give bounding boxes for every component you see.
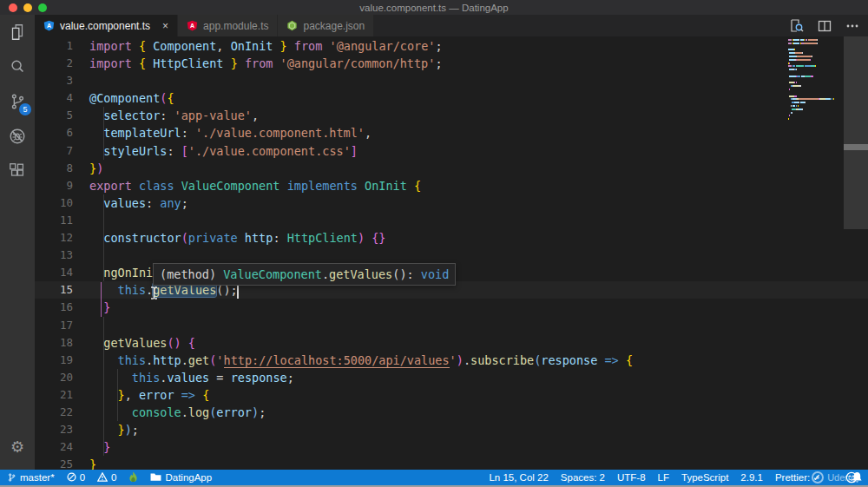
line-number: 9 bbox=[35, 177, 73, 194]
line-number: 20 bbox=[35, 369, 73, 386]
title-bar: value.component.ts — DatingApp bbox=[0, 0, 868, 15]
line-number: 14 bbox=[35, 264, 73, 281]
code-line[interactable]: 11 bbox=[35, 212, 868, 229]
minimize-window-button[interactable] bbox=[23, 3, 32, 12]
status-item-git-branch[interactable]: master* bbox=[7, 472, 55, 483]
sidebar-item-extensions[interactable] bbox=[0, 154, 35, 188]
code-line[interactable]: 16 } bbox=[35, 299, 868, 316]
code-line[interactable]: 10 values: any; bbox=[35, 194, 868, 212]
tab-package.json[interactable]: package.json bbox=[278, 15, 374, 36]
close-window-button[interactable] bbox=[9, 3, 17, 12]
vscode-window: value.component.ts — DatingApp 5 bbox=[0, 0, 868, 487]
flame-icon bbox=[128, 471, 138, 483]
scrollbar-cursor-mark bbox=[844, 144, 868, 150]
search-icon bbox=[8, 57, 27, 76]
editor-actions bbox=[789, 18, 859, 33]
status-item-encoding[interactable]: UTF-8 bbox=[617, 472, 646, 483]
sidebar-item-explorer[interactable] bbox=[0, 15, 35, 49]
code-line[interactable]: 12 constructor(private http: HttpClient)… bbox=[35, 229, 868, 247]
code-line[interactable]: 3 bbox=[35, 72, 868, 89]
minimap[interactable] bbox=[788, 39, 842, 122]
code-line[interactable]: 1import { Component, OnInit } from '@ang… bbox=[35, 37, 868, 55]
code-line[interactable]: 17 bbox=[35, 317, 868, 334]
ellipsis-icon bbox=[845, 19, 859, 33]
status-item-language-mode[interactable]: TypeScript bbox=[681, 472, 728, 483]
zoom-window-button[interactable] bbox=[38, 3, 47, 12]
sidebar-item-debug[interactable] bbox=[0, 119, 35, 154]
extensions-icon bbox=[8, 161, 27, 181]
status-item-warnings[interactable]: 0 bbox=[97, 472, 116, 483]
code-line[interactable]: 5 selector: 'app-value', bbox=[35, 107, 868, 124]
split-editor-icon bbox=[818, 19, 832, 33]
code-line[interactable]: 21 }, error => { bbox=[35, 386, 868, 404]
line-number: 23 bbox=[35, 421, 73, 438]
status-label: 0 bbox=[111, 472, 116, 483]
code-line[interactable]: 6 templateUrl: './value.component.html', bbox=[35, 124, 868, 141]
git-branch-icon bbox=[7, 472, 16, 483]
debug-icon bbox=[8, 127, 27, 146]
code-editor[interactable]: 1import { Component, OnInit } from '@ang… bbox=[35, 36, 868, 470]
tab-value.component.ts[interactable]: Avalue.component.ts× bbox=[35, 15, 178, 36]
notifications-button[interactable] bbox=[852, 471, 863, 487]
line-number: 7 bbox=[35, 142, 73, 160]
activity-bar: 5 ⚙ bbox=[0, 15, 35, 470]
npm-package-icon bbox=[286, 20, 298, 31]
tab-app.module.ts[interactable]: Aapp.module.ts bbox=[178, 15, 278, 36]
code-line[interactable]: 20 this.values = response; bbox=[35, 369, 868, 386]
gear-icon: ⚙ bbox=[10, 439, 24, 455]
status-item-eol[interactable]: LF bbox=[658, 472, 669, 483]
tab-label: app.module.ts bbox=[203, 20, 268, 32]
code-line[interactable]: 23 }); bbox=[35, 421, 868, 438]
line-number: 10 bbox=[35, 194, 73, 212]
code-line[interactable]: 2import { HttpClient } from '@angular/co… bbox=[35, 55, 868, 72]
line-number: 24 bbox=[35, 438, 73, 456]
line-number: 19 bbox=[35, 352, 73, 369]
sidebar-item-source-control[interactable]: 5 bbox=[0, 84, 35, 119]
line-number: 3 bbox=[35, 72, 73, 89]
text-cursor bbox=[237, 284, 239, 299]
code-line[interactable]: 24 } bbox=[35, 438, 868, 456]
svg-text:A: A bbox=[190, 23, 194, 29]
error-icon bbox=[67, 472, 76, 482]
open-changes-button[interactable] bbox=[789, 18, 804, 33]
code-line[interactable]: 13 bbox=[35, 247, 868, 264]
angular-module-icon: A bbox=[187, 20, 198, 31]
more-actions-button[interactable] bbox=[845, 18, 859, 33]
status-item-folder[interactable]: DatingApp bbox=[150, 472, 212, 483]
line-number: 6 bbox=[35, 124, 73, 141]
file-search-icon bbox=[789, 18, 804, 33]
bell-icon bbox=[852, 471, 863, 484]
status-item-cursor-position[interactable]: Ln 15, Col 22 bbox=[489, 472, 548, 483]
line-number: 12 bbox=[35, 229, 73, 247]
code-line[interactable]: 25} bbox=[35, 456, 868, 470]
angular-component-icon: A bbox=[43, 20, 55, 31]
code-line[interactable]: 19 this.http.get('http://localhost:5000/… bbox=[35, 352, 868, 369]
status-label: master* bbox=[20, 472, 55, 483]
status-item-indentation[interactable]: Spaces: 2 bbox=[561, 472, 605, 483]
folder-icon bbox=[150, 472, 161, 482]
hover-tooltip: (method) ValueComponent.getValues(): voi… bbox=[153, 263, 456, 286]
status-label: Ln 15, Col 22 bbox=[489, 472, 548, 483]
line-number: 16 bbox=[35, 299, 73, 316]
status-item-ts-version[interactable]: 2.9.1 bbox=[740, 472, 763, 483]
code-line[interactable]: 4@Component({ bbox=[35, 89, 868, 107]
status-item-flame[interactable] bbox=[128, 471, 138, 483]
code-line[interactable]: 7 styleUrls: ['./value.component.css'] bbox=[35, 142, 868, 160]
status-label: DatingApp bbox=[165, 472, 212, 483]
sidebar-item-search[interactable] bbox=[0, 49, 35, 84]
code-line[interactable]: 8}) bbox=[35, 160, 868, 177]
code-line[interactable]: 22 console.log(error); bbox=[35, 404, 868, 421]
scrollbar[interactable] bbox=[844, 36, 868, 229]
settings-button[interactable]: ⚙ bbox=[0, 430, 35, 464]
tab-label: value.component.ts bbox=[60, 20, 150, 32]
line-number: 18 bbox=[35, 334, 73, 352]
code-line[interactable]: 9export class ValueComponent implements … bbox=[35, 177, 868, 194]
line-number: 8 bbox=[35, 160, 73, 177]
code-line[interactable]: 18 getValues() { bbox=[35, 334, 868, 352]
watermark-logo-icon bbox=[812, 471, 824, 484]
line-number: 1 bbox=[35, 37, 73, 55]
status-item-errors[interactable]: 0 bbox=[67, 472, 85, 483]
close-tab-icon[interactable]: × bbox=[162, 20, 168, 32]
split-editor-button[interactable] bbox=[817, 18, 832, 33]
line-number: 2 bbox=[35, 55, 73, 72]
